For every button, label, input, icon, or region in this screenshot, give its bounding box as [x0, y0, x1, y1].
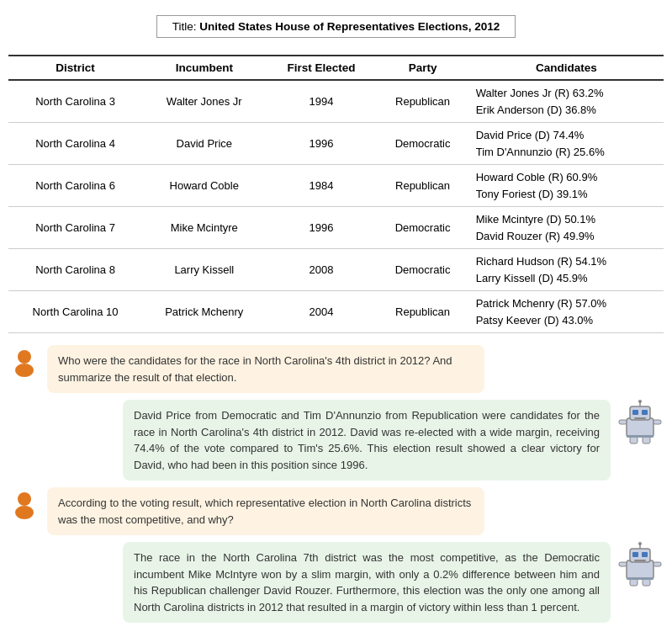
- svg-rect-26: [653, 562, 661, 566]
- svg-point-1: [18, 350, 31, 364]
- svg-rect-16: [627, 560, 653, 579]
- chat-message-0: Who were the candidates for the race in …: [8, 345, 664, 393]
- svg-rect-6: [632, 410, 638, 415]
- cell-incumbent: David Price: [142, 123, 266, 165]
- cell-incumbent: Patrick Mchenry: [142, 291, 266, 333]
- cell-first_elected: 2008: [266, 249, 376, 291]
- svg-rect-13: [627, 435, 653, 438]
- cell-candidates: Walter Jones Jr (R) 63.2%Erik Anderson (…: [469, 80, 664, 123]
- svg-rect-27: [627, 577, 653, 580]
- elections-table: District Incumbent First Elected Party C…: [8, 55, 664, 333]
- cell-first_elected: 1996: [266, 207, 376, 249]
- table-row: North Carolina 4David Price1996Democrati…: [8, 123, 664, 165]
- cell-district: North Carolina 6: [8, 165, 142, 207]
- bot-bubble: David Price from Democratic and Tim D'An…: [123, 400, 611, 481]
- cell-incumbent: Howard Coble: [142, 165, 266, 207]
- cell-incumbent: Mike Mcintyre: [142, 207, 266, 249]
- cell-incumbent: Larry Kissell: [142, 249, 266, 291]
- col-header-incumbent: Incumbent: [142, 56, 266, 80]
- svg-rect-25: [619, 562, 627, 566]
- cell-district: North Carolina 3: [8, 80, 142, 123]
- svg-rect-11: [619, 420, 627, 424]
- col-header-district: District: [8, 56, 142, 80]
- cell-candidates: Patrick Mchenry (R) 57.0%Patsy Keever (D…: [469, 291, 664, 333]
- svg-point-15: [18, 492, 31, 506]
- table-row: North Carolina 3Walter Jones Jr1994Repub…: [8, 80, 664, 123]
- cell-candidates: Richard Hudson (R) 54.1%Larry Kissell (D…: [469, 249, 664, 291]
- svg-point-5: [638, 400, 642, 403]
- svg-rect-20: [632, 552, 638, 557]
- table-row: North Carolina 7Mike Mcintyre1996Democra…: [8, 207, 664, 249]
- cell-party: Republican: [376, 165, 468, 207]
- cell-party: Democratic: [376, 249, 468, 291]
- cell-candidates: David Price (D) 74.4%Tim D'Annunzio (R) …: [469, 123, 664, 165]
- cell-district: North Carolina 8: [8, 249, 142, 291]
- table-title: Title: United States House of Representa…: [156, 15, 516, 38]
- cell-district: North Carolina 7: [8, 207, 142, 249]
- cell-incumbent: Walter Jones Jr: [142, 80, 266, 123]
- svg-rect-21: [642, 552, 648, 557]
- chat-container: Who were the candidates for the race in …: [8, 345, 664, 623]
- user-bubble: According to the voting result, which re…: [47, 487, 484, 535]
- user-avatar-icon: [8, 487, 40, 519]
- svg-rect-10: [643, 437, 650, 443]
- cell-party: Republican: [376, 291, 468, 333]
- cell-first_elected: 1996: [266, 123, 376, 165]
- bot-avatar-icon: [617, 400, 664, 446]
- cell-party: Democratic: [376, 207, 468, 249]
- cell-party: Republican: [376, 80, 468, 123]
- user-avatar-icon: [8, 345, 40, 377]
- cell-district: North Carolina 10: [8, 291, 142, 333]
- col-header-first-elected: First Elected: [266, 56, 376, 80]
- col-header-candidates: Candidates: [469, 56, 664, 80]
- cell-first_elected: 2004: [266, 291, 376, 333]
- svg-point-14: [15, 506, 34, 519]
- svg-point-19: [638, 542, 642, 545]
- chat-message-2: According to the voting result, which re…: [8, 487, 664, 535]
- svg-rect-12: [653, 420, 661, 424]
- cell-first_elected: 1984: [266, 165, 376, 207]
- cell-first_elected: 1994: [266, 80, 376, 123]
- bot-avatar-icon: [617, 542, 664, 588]
- user-bubble: Who were the candidates for the race in …: [47, 345, 484, 393]
- chat-message-1: David Price from Democratic and Tim D'An…: [8, 400, 664, 481]
- col-header-party: Party: [376, 56, 468, 80]
- table-row: North Carolina 6Howard Coble1984Republic…: [8, 165, 664, 207]
- svg-rect-22: [634, 560, 646, 561]
- table-row: North Carolina 8Larry Kissell2008Democra…: [8, 249, 664, 291]
- svg-point-0: [15, 364, 34, 377]
- svg-rect-7: [642, 410, 648, 415]
- table-row: North Carolina 10Patrick Mchenry2004Repu…: [8, 291, 664, 333]
- cell-candidates: Howard Coble (R) 60.9%Tony Foriest (D) 3…: [469, 165, 664, 207]
- svg-rect-23: [630, 579, 638, 586]
- cell-candidates: Mike Mcintyre (D) 50.1%David Rouzer (R) …: [469, 207, 664, 249]
- svg-rect-9: [630, 437, 638, 443]
- svg-rect-24: [643, 579, 650, 586]
- cell-party: Democratic: [376, 123, 468, 165]
- chat-message-3: The race in the North Carolina 7th distr…: [8, 542, 664, 623]
- title-text: Title: United States House of Representa…: [172, 20, 500, 33]
- bot-bubble: The race in the North Carolina 7th distr…: [123, 542, 611, 623]
- svg-rect-2: [627, 418, 653, 437]
- cell-district: North Carolina 4: [8, 123, 142, 165]
- svg-rect-8: [634, 417, 646, 419]
